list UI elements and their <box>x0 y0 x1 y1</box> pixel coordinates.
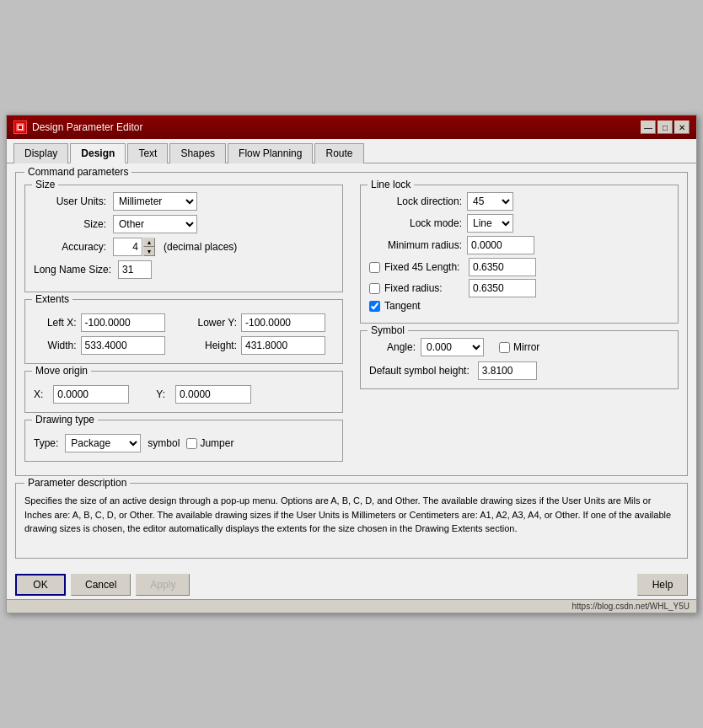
lower-y-input[interactable] <box>241 313 325 332</box>
height-input[interactable] <box>241 336 325 355</box>
tab-flow-planning[interactable]: Flow Planning <box>228 143 313 163</box>
jumper-text: Jumper <box>200 437 233 449</box>
accuracy-down-button[interactable]: ▼ <box>143 247 155 256</box>
fixed-radius-label: Fixed radius: <box>384 282 464 294</box>
angle-select[interactable]: 0.000 45.000 90.000 135.000 <box>421 338 484 356</box>
angle-row: Angle: 0.000 45.000 90.000 135.000 Mirro… <box>369 338 669 356</box>
left-column: Size User Units: Millimeter Mils Inches … <box>24 185 343 468</box>
symbol-label: symbol <box>148 437 180 449</box>
tangent-checkbox[interactable] <box>369 301 380 312</box>
size-title: Size <box>32 179 58 190</box>
size-select[interactable]: Other A1 A2 A3 A4 <box>113 215 197 233</box>
drawing-type-section: Drawing type Type: Package Symbol Module… <box>24 420 343 462</box>
right-column: Line lock Lock direction: 45 90 Any Lock… <box>360 185 679 468</box>
maximize-button[interactable]: □ <box>657 120 673 134</box>
extents-title: Extents <box>32 293 72 305</box>
status-bar: https://blog.csdn.net/WHL_Y5U <box>7 599 696 613</box>
min-radius-label: Minimum radius: <box>369 239 462 251</box>
param-desc-text: Specifies the size of an active design t… <box>24 494 679 536</box>
user-units-select[interactable]: Millimeter Mils Inches Centimeters <box>113 192 197 211</box>
accuracy-input[interactable] <box>113 238 142 256</box>
lock-dir-label: Lock direction: <box>369 195 462 207</box>
command-params-title: Command parameters <box>24 166 131 178</box>
main-window: Design Parameter Editor — □ ✕ Display De… <box>6 115 697 613</box>
accuracy-label: Accuracy: <box>34 241 110 253</box>
tab-route[interactable]: Route <box>314 143 363 163</box>
fixed45-row: Fixed 45 Length: <box>369 258 669 276</box>
extents-section: Extents Left X: Lower Y: Width: Height: <box>24 299 343 364</box>
main-content: Command parameters Size User Units: Mill… <box>7 163 696 567</box>
long-name-input[interactable] <box>118 260 152 279</box>
left-button-group: OK Cancel Apply <box>15 574 190 596</box>
symbol-title: Symbol <box>368 324 408 336</box>
decimal-places-label: (decimal places) <box>164 241 237 253</box>
tab-design[interactable]: Design <box>70 143 126 163</box>
left-x-label: Left X: <box>34 317 77 329</box>
user-units-row: User Units: Millimeter Mils Inches Centi… <box>34 192 334 211</box>
drawing-type-row: Type: Package Symbol Module symbol Jumpe… <box>34 434 334 452</box>
ok-button[interactable]: OK <box>15 574 66 596</box>
cancel-button[interactable]: Cancel <box>71 574 131 596</box>
size-row: Size: Other A1 A2 A3 A4 <box>34 215 334 233</box>
move-origin-section: Move origin X: Y: <box>24 371 343 413</box>
tangent-label: Tangent <box>384 300 421 312</box>
accuracy-up-button[interactable]: ▲ <box>143 238 155 247</box>
width-label: Width: <box>34 340 77 351</box>
param-desc-group: Parameter description Specifies the size… <box>15 483 688 559</box>
fixed-radius-row: Fixed radius: <box>369 279 669 297</box>
fixed-radius-checkbox[interactable] <box>369 283 380 294</box>
fixed45-input[interactable] <box>469 258 536 276</box>
tab-shapes[interactable]: Shapes <box>169 143 226 163</box>
move-origin-title: Move origin <box>32 365 91 377</box>
symbol-section: Symbol Angle: 0.000 45.000 90.000 135.00… <box>360 330 679 389</box>
tab-text[interactable]: Text <box>127 143 168 163</box>
param-desc-title: Parameter description <box>24 477 130 489</box>
drawing-type-title: Drawing type <box>32 414 98 426</box>
extents-grid: Left X: Lower Y: Width: Height: <box>34 313 334 355</box>
def-sym-height-input[interactable] <box>478 361 537 380</box>
command-params-group: Command parameters Size User Units: Mill… <box>15 172 688 476</box>
minimize-button[interactable]: — <box>641 120 656 134</box>
user-units-label: User Units: <box>34 195 110 207</box>
size-section: Size User Units: Millimeter Mils Inches … <box>24 185 343 292</box>
title-buttons: — □ ✕ <box>641 120 690 134</box>
angle-label: Angle: <box>369 341 416 353</box>
y-input[interactable] <box>175 385 251 404</box>
size-label: Size: <box>34 218 110 230</box>
x-label: X: <box>34 388 43 400</box>
default-sym-height-row: Default symbol height: <box>369 361 669 380</box>
title-bar: Design Parameter Editor — □ ✕ <box>7 115 696 139</box>
tangent-row: Tangent <box>369 300 669 312</box>
lock-mode-row: Lock mode: Line Arc <box>369 214 669 233</box>
accuracy-row: Accuracy: ▲ ▼ (decimal places) <box>34 238 334 256</box>
type-select[interactable]: Package Symbol Module <box>65 434 141 452</box>
lock-dir-select[interactable]: 45 90 Any <box>467 192 513 211</box>
window-title: Design Parameter Editor <box>32 121 142 133</box>
fixed45-label: Fixed 45 Length: <box>384 261 464 273</box>
fixed-radius-input[interactable] <box>469 279 536 297</box>
close-button[interactable]: ✕ <box>674 120 690 134</box>
lower-y-label: Lower Y: <box>185 317 237 329</box>
jumper-checkbox[interactable] <box>186 438 197 449</box>
type-label: Type: <box>34 437 58 449</box>
long-name-label: Long Name Size: <box>34 264 115 276</box>
apply-button[interactable]: Apply <box>136 574 190 596</box>
jumper-label: Jumper <box>186 437 233 449</box>
svg-rect-2 <box>19 126 22 129</box>
fixed45-checkbox[interactable] <box>369 262 380 273</box>
mirror-checkbox[interactable] <box>499 342 510 353</box>
height-label: Height: <box>185 340 237 351</box>
x-input[interactable] <box>53 385 129 404</box>
min-radius-input[interactable] <box>467 236 534 254</box>
lock-dir-row: Lock direction: 45 90 Any <box>369 192 669 211</box>
accuracy-spinner-buttons: ▲ ▼ <box>143 238 155 256</box>
left-x-input[interactable] <box>81 313 165 332</box>
min-radius-row: Minimum radius: <box>369 236 669 254</box>
lock-mode-select[interactable]: Line Arc <box>467 214 513 233</box>
tab-display[interactable]: Display <box>13 143 68 163</box>
status-text: https://blog.csdn.net/WHL_Y5U <box>572 602 690 611</box>
lock-mode-label: Lock mode: <box>369 217 462 229</box>
help-button[interactable]: Help <box>637 574 688 596</box>
width-input[interactable] <box>81 336 165 355</box>
accuracy-spinner: ▲ ▼ <box>113 238 155 256</box>
